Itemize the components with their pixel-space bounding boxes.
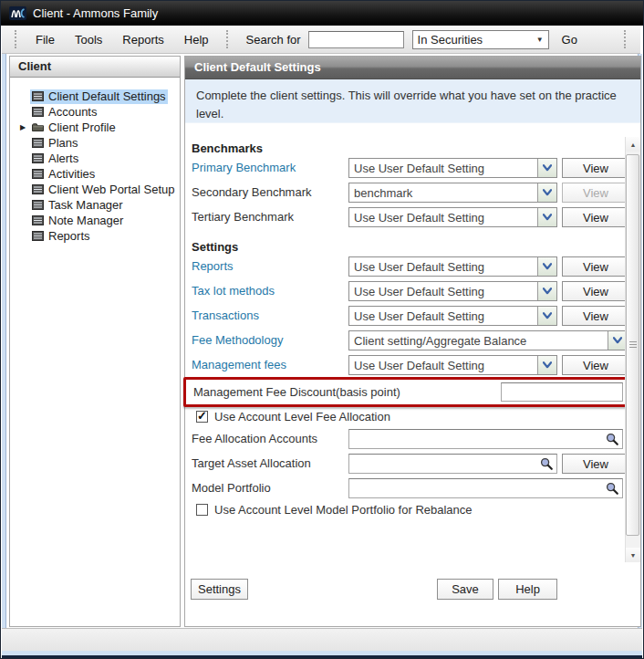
chevron-down-icon[interactable]: [537, 257, 556, 276]
fee-allocation-accounts-input[interactable]: [349, 430, 622, 448]
sidebar-item-note-manager[interactable]: Note Manager: [10, 213, 180, 228]
main-panel: Client Default Settings Complete the cli…: [184, 56, 641, 627]
table-icon: [32, 169, 44, 179]
menu-reports[interactable]: Reports: [112, 29, 174, 50]
chevron-down-icon[interactable]: [537, 208, 556, 226]
sidebar-item-alerts[interactable]: Alerts: [10, 151, 180, 166]
sidebar-item-label: Client Default Settings: [48, 89, 166, 103]
management-fee-discount-highlight: Management Fee Discount(basis point): [183, 377, 632, 407]
toolbar-grip[interactable]: [624, 30, 628, 48]
chevron-down-icon[interactable]: [537, 356, 556, 374]
lookup-search-icon[interactable]: [603, 431, 621, 447]
target-asset-allocation-label: Target Asset Allocation: [192, 456, 311, 470]
chevron-down-icon[interactable]: [537, 282, 556, 300]
go-button[interactable]: Go: [562, 33, 577, 47]
toolbar-grip[interactable]: [15, 30, 18, 48]
table-icon: [32, 107, 44, 117]
sidebar-item-plans[interactable]: Plans: [10, 135, 180, 151]
use-account-level-fee-allocation-checkbox[interactable]: [196, 411, 208, 423]
search-label: Search for: [246, 33, 301, 47]
app-logo-icon: [9, 6, 26, 20]
expand-arrow-icon[interactable]: ▶: [20, 123, 26, 131]
primary-benchmark-select[interactable]: Use User Default Setting: [348, 158, 557, 178]
view-button[interactable]: View: [562, 355, 629, 375]
table-icon: [32, 215, 44, 225]
section-title-settings: Settings: [192, 240, 238, 254]
search-input[interactable]: [308, 31, 404, 48]
vertical-scrollbar[interactable]: ▲ ▼: [625, 137, 640, 562]
help-button[interactable]: Help: [498, 579, 557, 600]
view-button[interactable]: View: [562, 454, 629, 474]
reports-select[interactable]: Use User Default Setting: [348, 256, 557, 277]
model-portfolio-input[interactable]: [349, 479, 622, 497]
checkbox-label: Use Account Level Model Portfolio for Re…: [214, 503, 473, 517]
tax-lot-methods-select[interactable]: Use User Default Setting: [348, 281, 557, 301]
form-row-fee-allocation-accounts: Fee Allocation Accounts: [185, 429, 640, 449]
scrollbar-thumb[interactable]: [626, 154, 639, 536]
table-icon: [32, 231, 44, 241]
form-row-target-asset-allocation: Target Asset Allocation View: [185, 454, 640, 474]
target-asset-allocation-input[interactable]: [349, 455, 556, 473]
tertiary-benchmark-select[interactable]: Use User Default Setting: [348, 207, 557, 227]
sidebar-item-reports[interactable]: Reports: [10, 228, 180, 244]
fee-methodology-link[interactable]: Fee Methodology: [192, 333, 283, 347]
sidebar-item-client-profile[interactable]: ▶ Client Profile: [10, 120, 180, 135]
settings-button[interactable]: Settings: [191, 579, 248, 600]
fee-allocation-checkbox-row: Use Account Level Fee Allocation: [196, 409, 390, 424]
search-scope-value: In Securities: [418, 33, 483, 47]
transactions-select[interactable]: Use User Default Setting: [348, 306, 557, 326]
management-fee-discount-label: Management Fee Discount(basis point): [193, 385, 400, 399]
chevron-down-icon[interactable]: [537, 159, 556, 177]
view-button-disabled: View: [562, 183, 629, 203]
chevron-down-icon[interactable]: [608, 331, 627, 350]
management-fees-select[interactable]: Use User Default Setting: [348, 355, 557, 375]
tax-lot-methods-link[interactable]: Tax lot methods: [192, 284, 275, 298]
sidebar-item-activities[interactable]: Activities: [10, 166, 180, 182]
secondary-benchmark-select[interactable]: benchmark: [348, 183, 557, 203]
fee-allocation-accounts-label: Fee Allocation Accounts: [192, 432, 317, 445]
save-button[interactable]: Save: [437, 579, 493, 600]
view-button[interactable]: View: [562, 281, 629, 301]
chevron-down-icon[interactable]: [537, 183, 556, 202]
sidebar-item-client-web-portal-setup[interactable]: Client Web Portal Setup: [10, 182, 180, 197]
form-row-reports: Reports Use User Default Setting View: [185, 256, 640, 277]
view-button[interactable]: View: [562, 158, 629, 178]
tertiary-benchmark-label: Tertiary Benchmark: [192, 210, 294, 224]
sidebar-item-client-default-settings[interactable]: Client Default Settings: [10, 89, 180, 104]
primary-benchmark-link[interactable]: Primary Benchmark: [192, 161, 296, 174]
scroll-up-icon[interactable]: ▲: [626, 137, 640, 152]
transactions-link[interactable]: Transactions: [192, 309, 259, 322]
form-row-management-fees: Management fees Use User Default Setting…: [185, 355, 640, 375]
reports-link[interactable]: Reports: [192, 259, 234, 273]
use-account-level-model-portfolio-checkbox[interactable]: [196, 504, 208, 516]
fee-methodology-select[interactable]: Client setting/Aggregate Balance: [348, 330, 628, 350]
sidebar-item-accounts[interactable]: Accounts: [10, 104, 180, 120]
checkbox-label: Use Account Level Fee Allocation: [214, 410, 390, 424]
window-frame-bottom: [2, 651, 642, 658]
menu-help[interactable]: Help: [174, 29, 219, 50]
menu-file[interactable]: File: [26, 29, 65, 50]
folder-icon: [32, 122, 44, 132]
toolbar-grip[interactable]: [226, 30, 230, 48]
view-button[interactable]: View: [562, 306, 629, 326]
form-row-fee-methodology: Fee Methodology Client setting/Aggregate…: [185, 330, 640, 350]
menu-tools[interactable]: Tools: [65, 29, 112, 50]
sidebar-item-task-manager[interactable]: Task Manager: [10, 197, 180, 213]
lookup-search-icon[interactable]: [603, 480, 621, 497]
search-scope-select[interactable]: In Securities ▼: [412, 30, 549, 49]
table-icon: [32, 91, 44, 101]
window-titlebar: Client - Ammons Family: [1, 1, 643, 26]
chevron-down-icon[interactable]: [537, 307, 556, 325]
window-title: Client - Ammons Family: [33, 6, 158, 20]
management-fees-link[interactable]: Management fees: [192, 358, 286, 371]
sidebar-item-label: Client Profile: [48, 120, 116, 134]
view-button[interactable]: View: [562, 207, 629, 227]
scroll-down-icon[interactable]: ▼: [626, 548, 640, 562]
table-icon: [32, 200, 44, 210]
view-button[interactable]: View: [562, 256, 629, 277]
fee-allocation-accounts-field: [348, 429, 623, 449]
sidebar-item-label: Accounts: [48, 105, 97, 119]
lookup-search-icon[interactable]: [537, 455, 556, 472]
management-fee-discount-input[interactable]: [501, 382, 623, 402]
window-frame-left: [2, 54, 6, 658]
